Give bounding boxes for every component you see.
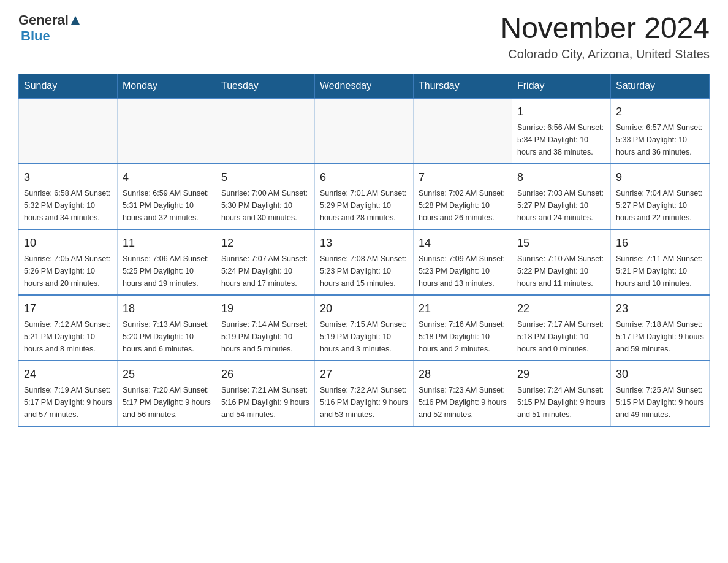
calendar-cell: 6Sunrise: 7:01 AM Sunset: 5:29 PM Daylig… xyxy=(315,164,414,229)
day-header-wednesday: Wednesday xyxy=(315,74,414,98)
calendar-cell: 2Sunrise: 6:57 AM Sunset: 5:33 PM Daylig… xyxy=(611,98,710,164)
day-info: Sunrise: 7:18 AM Sunset: 5:17 PM Dayligh… xyxy=(616,318,704,355)
calendar-week-row: 24Sunrise: 7:19 AM Sunset: 5:17 PM Dayli… xyxy=(19,361,710,426)
calendar-week-row: 17Sunrise: 7:12 AM Sunset: 5:21 PM Dayli… xyxy=(19,295,710,361)
calendar-week-row: 10Sunrise: 7:05 AM Sunset: 5:26 PM Dayli… xyxy=(19,229,710,295)
day-number: 29 xyxy=(517,366,605,383)
day-number: 22 xyxy=(517,301,605,317)
logo: General Blue xyxy=(18,12,82,44)
calendar-cell: 26Sunrise: 7:21 AM Sunset: 5:16 PM Dayli… xyxy=(216,361,315,426)
day-info: Sunrise: 7:05 AM Sunset: 5:26 PM Dayligh… xyxy=(24,253,112,289)
day-info: Sunrise: 6:57 AM Sunset: 5:33 PM Dayligh… xyxy=(616,121,704,158)
calendar-cell: 9Sunrise: 7:04 AM Sunset: 5:27 PM Daylig… xyxy=(611,164,710,229)
day-number: 2 xyxy=(616,104,704,120)
calendar-cell: 25Sunrise: 7:20 AM Sunset: 5:17 PM Dayli… xyxy=(118,361,216,426)
day-number: 20 xyxy=(320,301,408,317)
day-info: Sunrise: 7:09 AM Sunset: 5:23 PM Dayligh… xyxy=(419,253,507,289)
calendar-cell: 13Sunrise: 7:08 AM Sunset: 5:23 PM Dayli… xyxy=(315,229,414,295)
calendar-week-row: 3Sunrise: 6:58 AM Sunset: 5:32 PM Daylig… xyxy=(19,164,710,229)
logo-general-text: General xyxy=(18,12,69,28)
calendar-cell: 12Sunrise: 7:07 AM Sunset: 5:24 PM Dayli… xyxy=(216,229,315,295)
day-number: 10 xyxy=(24,235,112,251)
calendar-cell: 7Sunrise: 7:02 AM Sunset: 5:28 PM Daylig… xyxy=(414,164,512,229)
calendar-cell xyxy=(19,98,118,164)
day-info: Sunrise: 6:58 AM Sunset: 5:32 PM Dayligh… xyxy=(24,187,112,224)
calendar-cell: 1Sunrise: 6:56 AM Sunset: 5:34 PM Daylig… xyxy=(512,98,611,164)
day-info: Sunrise: 7:22 AM Sunset: 5:16 PM Dayligh… xyxy=(320,384,408,421)
logo-blue-text: Blue xyxy=(21,28,50,44)
day-info: Sunrise: 7:23 AM Sunset: 5:16 PM Dayligh… xyxy=(419,384,507,421)
calendar-header-row: SundayMondayTuesdayWednesdayThursdayFrid… xyxy=(19,74,710,98)
day-number: 12 xyxy=(221,235,309,251)
calendar-table: SundayMondayTuesdayWednesdayThursdayFrid… xyxy=(18,74,710,427)
day-number: 19 xyxy=(221,301,309,317)
day-number: 18 xyxy=(123,301,211,317)
location-title: Colorado City, Arizona, United States xyxy=(500,47,710,61)
day-number: 13 xyxy=(320,235,408,251)
day-info: Sunrise: 7:24 AM Sunset: 5:15 PM Dayligh… xyxy=(517,384,605,421)
day-number: 17 xyxy=(24,301,112,317)
day-header-tuesday: Tuesday xyxy=(216,74,315,98)
day-header-monday: Monday xyxy=(118,74,216,98)
day-number: 9 xyxy=(616,169,704,186)
calendar-cell: 28Sunrise: 7:23 AM Sunset: 5:16 PM Dayli… xyxy=(414,361,512,426)
day-header-saturday: Saturday xyxy=(611,74,710,98)
day-number: 4 xyxy=(123,169,211,186)
calendar-cell: 18Sunrise: 7:13 AM Sunset: 5:20 PM Dayli… xyxy=(118,295,216,361)
day-info: Sunrise: 7:21 AM Sunset: 5:16 PM Dayligh… xyxy=(221,384,309,421)
day-number: 8 xyxy=(517,169,605,186)
month-title: November 2024 xyxy=(500,12,710,45)
page-header: General Blue November 2024 Colorado City… xyxy=(18,12,710,61)
day-info: Sunrise: 6:56 AM Sunset: 5:34 PM Dayligh… xyxy=(517,121,605,158)
calendar-cell: 3Sunrise: 6:58 AM Sunset: 5:32 PM Daylig… xyxy=(19,164,118,229)
day-number: 14 xyxy=(419,235,507,251)
calendar-cell: 27Sunrise: 7:22 AM Sunset: 5:16 PM Dayli… xyxy=(315,361,414,426)
day-info: Sunrise: 7:08 AM Sunset: 5:23 PM Dayligh… xyxy=(320,253,408,289)
day-number: 23 xyxy=(616,301,704,317)
day-info: Sunrise: 7:03 AM Sunset: 5:27 PM Dayligh… xyxy=(517,187,605,224)
calendar-cell: 4Sunrise: 6:59 AM Sunset: 5:31 PM Daylig… xyxy=(118,164,216,229)
calendar-cell: 19Sunrise: 7:14 AM Sunset: 5:19 PM Dayli… xyxy=(216,295,315,361)
day-number: 21 xyxy=(419,301,507,317)
day-number: 7 xyxy=(419,169,507,186)
calendar-cell: 14Sunrise: 7:09 AM Sunset: 5:23 PM Dayli… xyxy=(414,229,512,295)
day-info: Sunrise: 7:17 AM Sunset: 5:18 PM Dayligh… xyxy=(517,318,605,355)
calendar-cell: 8Sunrise: 7:03 AM Sunset: 5:27 PM Daylig… xyxy=(512,164,611,229)
calendar-cell: 10Sunrise: 7:05 AM Sunset: 5:26 PM Dayli… xyxy=(19,229,118,295)
day-info: Sunrise: 7:20 AM Sunset: 5:17 PM Dayligh… xyxy=(123,384,211,421)
calendar-cell: 30Sunrise: 7:25 AM Sunset: 5:15 PM Dayli… xyxy=(611,361,710,426)
calendar-cell: 5Sunrise: 7:00 AM Sunset: 5:30 PM Daylig… xyxy=(216,164,315,229)
calendar-cell: 23Sunrise: 7:18 AM Sunset: 5:17 PM Dayli… xyxy=(611,295,710,361)
title-area: November 2024 Colorado City, Arizona, Un… xyxy=(500,12,710,61)
calendar-cell xyxy=(414,98,512,164)
calendar-cell: 29Sunrise: 7:24 AM Sunset: 5:15 PM Dayli… xyxy=(512,361,611,426)
calendar-cell xyxy=(216,98,315,164)
day-header-friday: Friday xyxy=(512,74,611,98)
day-number: 28 xyxy=(419,366,507,383)
calendar-cell: 11Sunrise: 7:06 AM Sunset: 5:25 PM Dayli… xyxy=(118,229,216,295)
calendar-cell: 20Sunrise: 7:15 AM Sunset: 5:19 PM Dayli… xyxy=(315,295,414,361)
day-info: Sunrise: 7:25 AM Sunset: 5:15 PM Dayligh… xyxy=(616,384,704,421)
day-info: Sunrise: 7:15 AM Sunset: 5:19 PM Dayligh… xyxy=(320,318,408,355)
day-number: 5 xyxy=(221,169,309,186)
day-info: Sunrise: 7:16 AM Sunset: 5:18 PM Dayligh… xyxy=(419,318,507,355)
day-info: Sunrise: 6:59 AM Sunset: 5:31 PM Dayligh… xyxy=(123,187,211,224)
day-number: 26 xyxy=(221,366,309,383)
calendar-cell xyxy=(118,98,216,164)
day-info: Sunrise: 7:01 AM Sunset: 5:29 PM Dayligh… xyxy=(320,187,408,224)
day-number: 11 xyxy=(123,235,211,251)
day-info: Sunrise: 7:13 AM Sunset: 5:20 PM Dayligh… xyxy=(123,318,211,355)
svg-marker-0 xyxy=(71,16,80,25)
day-info: Sunrise: 7:06 AM Sunset: 5:25 PM Dayligh… xyxy=(123,253,211,289)
day-number: 15 xyxy=(517,235,605,251)
day-number: 25 xyxy=(123,366,211,383)
day-number: 16 xyxy=(616,235,704,251)
logo-triangle-icon xyxy=(69,13,82,27)
day-info: Sunrise: 7:04 AM Sunset: 5:27 PM Dayligh… xyxy=(616,187,704,224)
day-info: Sunrise: 7:11 AM Sunset: 5:21 PM Dayligh… xyxy=(616,253,704,289)
day-info: Sunrise: 7:19 AM Sunset: 5:17 PM Dayligh… xyxy=(24,384,112,421)
day-info: Sunrise: 7:12 AM Sunset: 5:21 PM Dayligh… xyxy=(24,318,112,355)
calendar-cell: 16Sunrise: 7:11 AM Sunset: 5:21 PM Dayli… xyxy=(611,229,710,295)
day-info: Sunrise: 7:07 AM Sunset: 5:24 PM Dayligh… xyxy=(221,253,309,289)
day-number: 27 xyxy=(320,366,408,383)
